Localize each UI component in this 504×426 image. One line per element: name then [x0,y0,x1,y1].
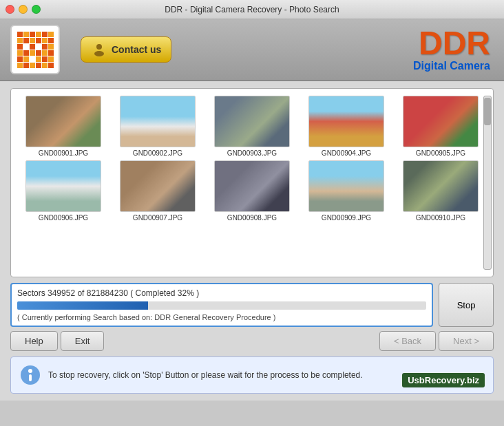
app-logo [10,25,60,74]
photo-thumb [403,96,479,147]
contact-button[interactable]: Contact us [81,36,171,63]
photo-thumb [403,160,479,212]
back-button[interactable]: < Back [379,331,436,351]
photo-item[interactable]: GND00904.JPG [301,96,392,157]
progress-bar-outer [17,301,426,310]
svg-rect-4 [29,374,32,381]
photo-item[interactable]: GND00902.JPG [112,96,203,157]
next-button[interactable]: Next > [439,331,494,351]
bottom-nav: Help Exit < Back Next > [10,331,494,351]
photo-filename: GND00905.JPG [416,149,465,157]
logo-grid [17,32,54,68]
photo-thumb [25,160,101,212]
photo-thumb [214,96,290,147]
photo-item[interactable]: GND00908.JPG [207,160,297,222]
stop-button[interactable]: Stop [439,283,494,327]
svg-point-3 [28,369,32,373]
photo-item[interactable]: GND00909.JPG [301,160,392,222]
progress-status: ( Currently performing Search based on: … [17,313,426,321]
photo-filename: GND00901.JPG [39,149,88,157]
photo-grid-container: GND00901.JPGGND00902.JPGGND00903.JPGGND0… [10,88,494,277]
main-content: GND00901.JPGGND00902.JPGGND00903.JPGGND0… [0,81,504,401]
window-controls [6,5,41,14]
photo-item[interactable]: GND00910.JPG [395,160,486,222]
contact-icon [91,41,107,58]
photo-thumb [214,160,290,212]
minimize-button[interactable] [19,5,28,14]
window-title: DDR - Digital Camera Recovery - Photo Se… [165,5,339,14]
info-icon [19,364,41,386]
title-bar: DDR - Digital Camera Recovery - Photo Se… [0,0,504,19]
photo-thumb [308,96,384,147]
svg-point-1 [94,51,104,56]
app-header: Contact us DDR Digital Camera [0,19,504,81]
close-button[interactable] [6,5,14,14]
photo-item[interactable]: GND00907.JPG [112,160,203,222]
photo-filename: GND00902.JPG [133,149,182,157]
progress-bar-inner [17,301,148,310]
photo-thumb [25,96,101,147]
progress-box: Sectors 349952 of 821884230 ( Completed … [10,283,433,327]
exit-button[interactable]: Exit [61,331,105,351]
photo-thumb [308,160,384,212]
info-box: To stop recovery, click on 'Stop' Button… [10,356,494,394]
watermark: UsbRecovery.biz [402,373,485,387]
progress-sectors: Sectors 349952 of 821884230 ( Completed … [17,288,426,298]
photo-thumb [120,96,196,147]
help-button[interactable]: Help [10,331,58,351]
photo-filename: GND00903.JPG [227,149,277,157]
contact-label: Contact us [112,44,161,55]
photo-filename: GND00909.JPG [322,214,371,222]
photo-filename: GND00910.JPG [416,214,465,222]
scrollbar[interactable] [483,96,492,270]
brand-sub: Digital Camera [413,60,490,72]
photo-filename: GND00904.JPG [322,149,371,157]
scrollbar-thumb[interactable] [484,98,491,125]
photo-item[interactable]: GND00905.JPG [395,96,486,157]
info-message: To stop recovery, click on 'Stop' Button… [48,370,363,380]
svg-point-0 [96,44,102,50]
photo-item[interactable]: GND00901.JPG [18,96,109,157]
photo-filename: GND00906.JPG [39,214,88,222]
brand-ddr: DDR [413,27,490,60]
photo-item[interactable]: GND00906.JPG [18,160,109,222]
maximize-button[interactable] [32,5,41,14]
photo-filename: GND00908.JPG [227,214,277,222]
progress-area: Sectors 349952 of 821884230 ( Completed … [10,283,494,327]
photo-thumb [120,160,196,212]
photo-filename: GND00907.JPG [133,214,182,222]
photo-item[interactable]: GND00903.JPG [207,96,297,157]
photo-grid: GND00901.JPGGND00902.JPGGND00903.JPGGND0… [18,96,486,222]
brand-area: DDR Digital Camera [413,27,490,72]
